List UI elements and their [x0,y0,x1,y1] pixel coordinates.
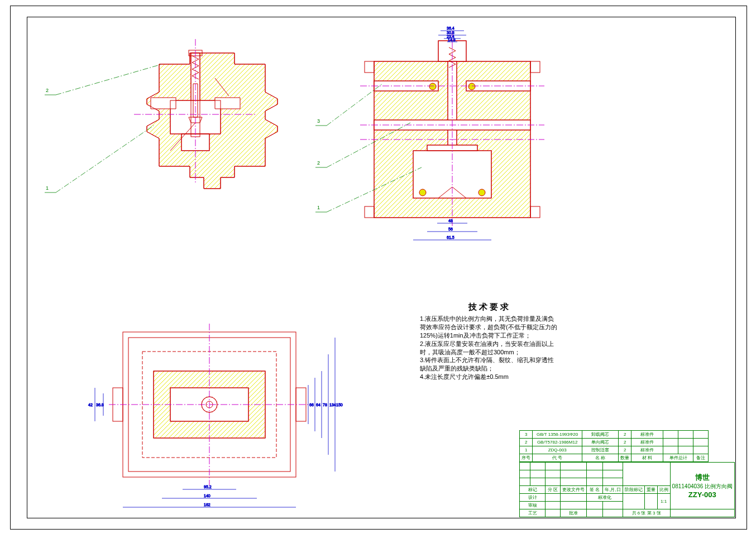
callout: 1 [46,185,49,191]
tech-req-line: 1.液压系统中的比例方向阀，其无负荷排量及满负荷效率应符合设计要求，超负荷(不低… [420,315,559,340]
bom-row: 3 GB/T 1358-1993Φ20 卸载阀芯 2 标准件 [520,431,709,439]
dim: 150 [336,403,343,407]
dim: 162 [204,503,210,507]
drawing-sheet: 36.4 30.8 23.4 14.8 48 56 61.5 95.2 140 [0,0,756,534]
tech-req-heading: 技术要求 [420,301,559,312]
dim: 36.8 [96,403,104,407]
product-no: 0811404036 比例方向阀 [672,483,733,490]
bom-row: 1 ZDQ-003 控制活塞 2 标准件 [520,446,709,454]
svg-point-30 [419,189,426,196]
technical-requirements: 技术要求 1.液压系统中的比例方向阀，其无负荷排量及满负荷效率应符合设计要求，超… [420,301,559,381]
title-table: 博世 0811404036 比例方向阀 ZZY-003 标记 分 区 更改文件号… [519,462,735,517]
title-block: 3 GB/T 1358-1993Φ20 卸载阀芯 2 标准件 2 GB/T578… [519,430,735,517]
svg-line-68 [56,126,154,193]
tech-req-line: 3.铸件表面上不允许有冷隔、裂纹、缩孔和穿透性缺陷及严重的残缺类缺陷； [420,356,559,373]
dim: 95.2 [204,485,212,489]
dim: 66 [309,403,314,407]
tech-req-line: 4.未注长度尺寸允许偏差±0.5mm [420,373,559,381]
bom-header: 序号 代 号 名 称 数量 材 料 单件总计 备注 [520,454,709,462]
bom-row: 2 GB/T5782-1986M12 单向阀芯 2 标准件 [520,439,709,446]
dim: 140 [204,494,210,498]
dim: 42 [88,403,93,407]
dim: 56 [448,227,453,231]
drawing-no: ZZY-003 [672,490,733,499]
tech-req-line: 2.液压泵应尽量安装在油液内，当安装在油面以上时，其吸油高度一般不超过300mm… [420,340,559,357]
svg-line-67 [56,64,162,95]
svg-point-29 [468,83,475,90]
view-front-section [134,39,277,189]
dim: 30.8 [447,31,454,35]
callout: 2 [46,88,49,93]
bom-table: 3 GB/T 1358-1993Φ20 卸载阀芯 2 标准件 2 GB/T578… [519,430,709,462]
company: 博世 [672,473,733,483]
svg-point-31 [479,189,485,196]
dim: 36.4 [447,26,454,30]
view-side-section [360,31,544,226]
callout: 2 [317,160,320,166]
view-plan [109,324,310,485]
dim: 64 [316,403,320,407]
callout: 3 [317,118,320,124]
dim: 14.8 [448,38,456,42]
svg-rect-11 [530,61,540,73]
svg-rect-10 [365,61,374,73]
dim: 78 [323,403,327,407]
svg-point-28 [429,83,436,90]
svg-rect-13 [530,206,540,218]
callout: 1 [317,205,320,210]
dim: 61.5 [447,235,454,239]
svg-rect-12 [365,206,374,218]
dim: 48 [448,219,453,223]
